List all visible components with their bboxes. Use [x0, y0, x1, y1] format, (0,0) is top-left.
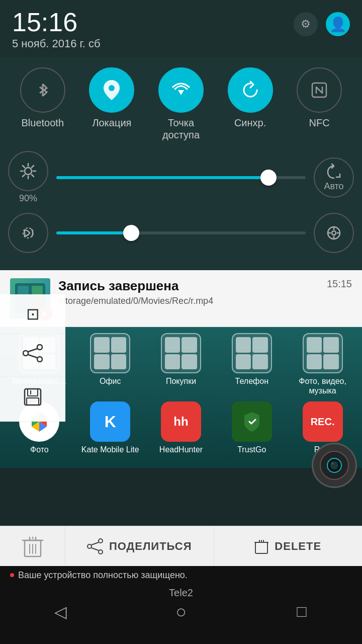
- app-kate[interactable]: K Kate Mobile Lite: [80, 401, 140, 454]
- select-icon: ⊡: [26, 304, 40, 324]
- hotspot-circle: [158, 67, 204, 113]
- toggle-row: Bluetooth Локация Точкадоступа: [8, 67, 354, 141]
- svg-point-3: [25, 168, 32, 175]
- context-menu-left: ⊡: [0, 294, 65, 422]
- svg-point-45: [87, 544, 92, 548]
- hh-label: HeadHunter: [159, 445, 203, 454]
- kate-label: Kate Mobile Lite: [81, 445, 139, 454]
- settings-icon[interactable]: ⚙: [294, 12, 318, 36]
- media-icon: [303, 333, 343, 373]
- phone-label: Телефон: [235, 376, 268, 386]
- brightness-fill: [56, 176, 268, 179]
- volume-fill: [56, 231, 131, 234]
- sound-settings-icon[interactable]: [314, 213, 354, 253]
- brightness-icon[interactable]: [8, 151, 48, 191]
- volume-slider-row: [8, 213, 354, 253]
- share-button[interactable]: ПОДЕЛИТЬСЯ: [65, 526, 214, 567]
- svg-line-31: [28, 349, 37, 352]
- notif-path: /storage/emulated/0/Movies/Rec/r.mp4: [58, 296, 319, 306]
- volume-icon[interactable]: [8, 213, 48, 253]
- save-icon: [23, 387, 43, 411]
- context-select[interactable]: ⊡: [0, 294, 65, 334]
- share-label: ПОДЕЛИТЬСЯ: [109, 540, 192, 553]
- svg-rect-35: [27, 398, 39, 405]
- toggle-sync[interactable]: Синхр.: [223, 67, 278, 129]
- app-phone[interactable]: Телефон: [222, 333, 282, 395]
- toggle-nfc[interactable]: NFC: [292, 67, 347, 129]
- recents-icon: □: [297, 602, 306, 621]
- carrier-bar: Tele2: [0, 584, 362, 602]
- delete-button[interactable]: DELETE: [214, 526, 363, 567]
- svg-line-10: [32, 166, 34, 168]
- date-display: 5 нояб. 2016 г. сб: [12, 37, 101, 50]
- brightness-thumb[interactable]: [260, 170, 277, 186]
- account-icon[interactable]: 👤: [326, 12, 350, 36]
- app-office[interactable]: Офис: [80, 333, 140, 395]
- app-hh[interactable]: hh HeadHunter: [151, 401, 211, 454]
- toggle-bluetooth[interactable]: Bluetooth: [15, 67, 70, 129]
- security-status-strip: Ваше устройство полностью защищено.: [0, 566, 362, 584]
- camera-overlay[interactable]: [312, 443, 357, 488]
- svg-line-8: [23, 166, 25, 168]
- brightness-track[interactable]: [56, 176, 306, 179]
- volume-thumb[interactable]: [123, 225, 139, 241]
- svg-point-46: [99, 539, 103, 543]
- auto-rotation-icon[interactable]: Авто: [314, 157, 354, 198]
- svg-line-11: [23, 175, 25, 177]
- svg-point-28: [23, 351, 28, 356]
- context-share[interactable]: [0, 334, 65, 377]
- svg-line-9: [32, 175, 34, 177]
- carrier-label: Tele2: [169, 587, 193, 599]
- bluetooth-circle: [20, 67, 65, 113]
- svg-line-49: [92, 548, 99, 550]
- volume-track[interactable]: [56, 231, 306, 234]
- back-icon: ◁: [54, 602, 67, 621]
- time-block: 15:16 5 нояб. 2016 г. сб: [12, 9, 101, 50]
- status-strip-text: Ваше устройство полностью защищено.: [18, 570, 188, 581]
- action-bar: ПОДЕЛИТЬСЯ DELETE: [0, 526, 362, 566]
- bluetooth-label: Bluetooth: [22, 117, 64, 129]
- svg-point-29: [37, 345, 42, 350]
- phone-icon: [232, 333, 272, 373]
- notif-content: Запись завершена /storage/emulated/0/Mov…: [58, 278, 319, 306]
- nfc-circle: [297, 67, 342, 113]
- svg-point-14: [332, 231, 336, 235]
- app-trustgo[interactable]: TrustGo: [222, 401, 282, 454]
- trustgo-icon: [232, 401, 272, 442]
- home-icon: ○: [175, 601, 187, 622]
- media-label: Фото, видео, музыка: [293, 376, 353, 395]
- share-icon: [23, 344, 43, 366]
- photos-label: Фото: [30, 445, 49, 454]
- brightness-percent: 90%: [19, 193, 37, 204]
- app-media[interactable]: Фото, видео, музыка: [293, 333, 353, 395]
- svg-point-47: [99, 550, 103, 554]
- svg-point-27: [331, 462, 333, 464]
- status-icons: ⚙ 👤: [294, 12, 350, 36]
- notif-time: 15:15: [327, 278, 352, 290]
- shopping-label: Покупки: [166, 376, 196, 386]
- quick-settings-panel: Bluetooth Локация Точкадоступа: [0, 57, 362, 270]
- context-save[interactable]: [0, 377, 65, 422]
- svg-line-32: [28, 355, 37, 358]
- delete-label: DELETE: [275, 540, 321, 553]
- trustgo-label: TrustGo: [237, 445, 266, 454]
- shopping-icon: [161, 333, 201, 373]
- svg-point-1: [109, 85, 115, 91]
- svg-point-30: [37, 357, 42, 362]
- app-shopping[interactable]: Покупки: [151, 333, 211, 395]
- notif-title: Запись завершена: [58, 278, 319, 294]
- toggle-location[interactable]: Локация: [84, 67, 139, 129]
- toggle-hotspot[interactable]: Точкадоступа: [153, 67, 209, 141]
- svg-point-26: [330, 461, 338, 469]
- auto-label: Авто: [324, 181, 343, 192]
- nfc-label: NFC: [309, 117, 330, 129]
- svg-rect-50: [255, 542, 267, 553]
- status-indicator: [10, 573, 14, 577]
- rec-icon: REC.: [303, 401, 343, 442]
- sync-label: Синхр.: [234, 117, 266, 129]
- trash-button[interactable]: [0, 526, 65, 567]
- office-icon: [90, 333, 130, 373]
- office-label: Офис: [100, 376, 121, 386]
- hotspot-label: Точкадоступа: [162, 117, 200, 141]
- sync-circle: [228, 67, 273, 113]
